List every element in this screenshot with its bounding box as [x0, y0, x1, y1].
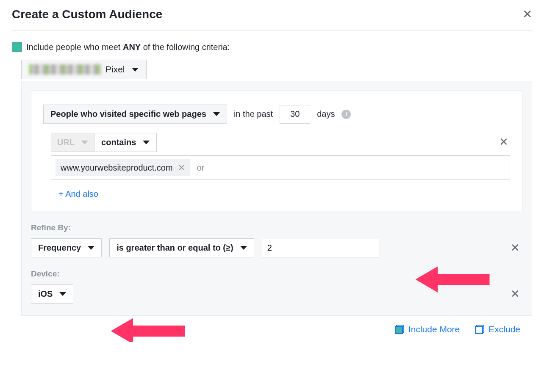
include-more-label: Include More [408, 324, 460, 334]
past-prefix: in the past [234, 109, 273, 119]
exclude-overlap-icon [475, 325, 484, 334]
url-operator-label: contains [101, 138, 136, 147]
refine-row: Frequency is greater than or equal to (≥… [31, 238, 522, 257]
include-indicator-square [12, 42, 22, 52]
remove-chip-icon[interactable]: ✕ [178, 163, 185, 173]
exclude-link[interactable]: Exclude [475, 324, 520, 334]
refine-metric-label: Frequency [38, 243, 81, 253]
device-value-label: iOS [38, 289, 53, 299]
chevron-down-icon [81, 141, 88, 144]
url-input-row[interactable]: www.yourwebsiteproduct.com ✕ or [51, 155, 510, 180]
remove-device-row-icon[interactable]: ✕ [511, 287, 522, 301]
rules-wrapper: People who visited specific web pages in… [12, 81, 532, 316]
rule-card: People who visited specific web pages in… [31, 91, 522, 211]
modal-header: Create a Custom Audience ✕ [12, 8, 532, 31]
device-dropdown[interactable]: iOS [31, 284, 73, 304]
criteria-emphasis: ANY [123, 42, 141, 52]
chevron-down-icon [59, 292, 66, 296]
days-suffix: days [317, 109, 335, 119]
visit-row: People who visited specific web pages in… [43, 105, 510, 124]
pixel-label: Pixel [105, 64, 125, 75]
url-field-dropdown[interactable]: URL [51, 133, 94, 152]
include-overlap-icon [395, 325, 404, 334]
url-field-label: URL [57, 138, 75, 147]
url-operator-dropdown[interactable]: contains [94, 133, 156, 152]
criteria-text: Include people who meet ANY of the follo… [26, 42, 230, 52]
and-also-link[interactable]: + And also [58, 189, 510, 199]
visitor-behavior-label: People who visited specific web pages [50, 109, 206, 119]
refine-by-label: Refine By: [31, 223, 522, 232]
url-field-operator-group: URL contains [51, 133, 157, 152]
url-chip: www.yourwebsiteproduct.com ✕ [56, 159, 190, 176]
remove-url-rule-icon[interactable]: ✕ [499, 135, 508, 149]
chevron-down-icon [213, 112, 220, 116]
remove-refine-row-icon[interactable]: ✕ [511, 241, 522, 254]
info-icon[interactable]: i [341, 110, 351, 119]
pixel-name-redacted [29, 64, 101, 75]
visitor-behavior-dropdown[interactable]: People who visited specific web pages [43, 105, 227, 124]
close-icon[interactable]: ✕ [522, 8, 532, 20]
chevron-down-icon [88, 246, 94, 250]
refine-comparison-dropdown[interactable]: is greater than or equal to (≥) [109, 238, 254, 257]
pixel-source-dropdown[interactable]: Pixel [21, 60, 147, 79]
refine-comparison-label: is greater than or equal to (≥) [117, 243, 233, 253]
modal-title: Create a Custom Audience [12, 8, 162, 21]
url-filter-block: URL contains ✕ www.yourwebsiteproduct.co… [51, 133, 510, 199]
chevron-down-icon [143, 141, 150, 144]
criteria-suffix: of the following criteria: [141, 42, 230, 52]
chevron-down-icon [132, 68, 139, 72]
days-input[interactable] [280, 105, 310, 124]
criteria-row: Include people who meet ANY of the follo… [12, 42, 532, 52]
footer-actions: Include More Exclude [12, 316, 532, 334]
criteria-prefix: Include people who meet [26, 42, 123, 52]
url-chip-text: www.yourwebsiteproduct.com [61, 163, 173, 173]
device-label: Device: [31, 269, 522, 279]
or-hint: or [197, 163, 205, 173]
rules-panel: People who visited specific web pages in… [21, 81, 532, 316]
device-row: iOS ✕ [31, 284, 522, 304]
chevron-down-icon [240, 246, 247, 250]
refine-metric-dropdown[interactable]: Frequency [31, 238, 102, 257]
include-more-link[interactable]: Include More [395, 324, 460, 334]
exclude-label: Exclude [488, 324, 520, 334]
refine-value-input[interactable] [262, 239, 380, 257]
custom-audience-modal: Create a Custom Audience ✕ Include peopl… [0, 0, 544, 342]
